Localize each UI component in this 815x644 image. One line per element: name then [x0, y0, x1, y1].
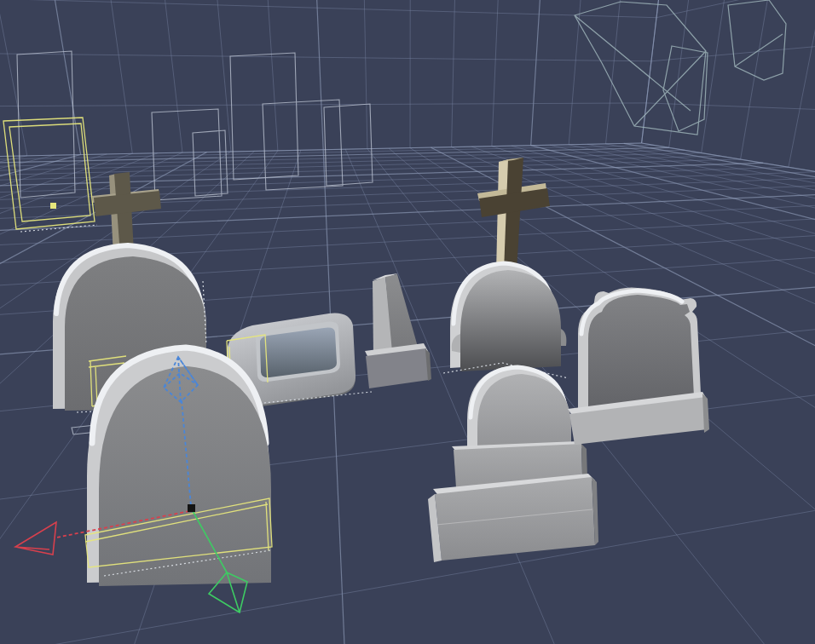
gizmo-origin[interactable] — [188, 504, 195, 512]
selection-origin-dot — [50, 203, 56, 209]
stone-front-face — [99, 366, 271, 586]
stone-front-face — [460, 270, 561, 371]
viewport-3d[interactable] — [0, 0, 815, 644]
stone-front-face — [588, 295, 694, 412]
shouldered-headstone[interactable] — [568, 288, 709, 445]
grid-line — [410, 0, 411, 148]
